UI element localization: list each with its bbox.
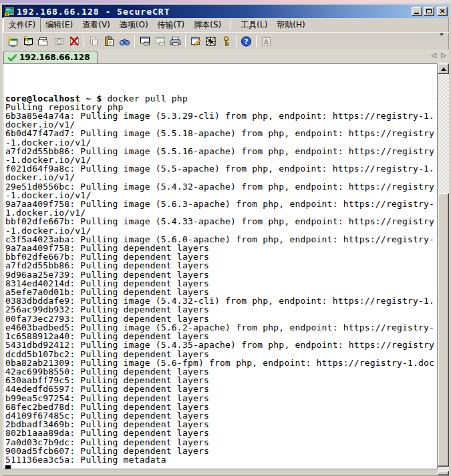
minimize-button[interactable] (412, 7, 422, 16)
close-button[interactable]: × (437, 7, 448, 16)
menu-script[interactable]: 脚本(S) (189, 18, 226, 32)
connect-in-tab-button[interactable] (35, 34, 51, 49)
title-bar: 192.168.66.128 - SecureCRT × (2, 5, 449, 18)
reconnect-icon (52, 35, 65, 47)
copy-icon (88, 35, 100, 47)
tab-scroll-right-icon[interactable]: ▷ (441, 51, 446, 59)
reconnect-button[interactable] (51, 34, 66, 49)
svg-text:?: ? (244, 37, 248, 46)
keymap-button[interactable] (218, 34, 234, 49)
global-options-icon (204, 35, 217, 47)
terminal-cursor (5, 465, 11, 469)
menu-transfer[interactable]: 传输(T) (153, 18, 190, 32)
print-auto-button[interactable] (152, 34, 168, 49)
font-button[interactable]: A (259, 34, 274, 49)
scrollbar-thumb[interactable] (438, 193, 449, 467)
help-icon: ? (240, 35, 253, 47)
terminal-screen[interactable]: core@localhost ~ $ docker pull php Pulli… (3, 63, 438, 469)
find-icon (118, 35, 131, 47)
session-options-icon (189, 35, 202, 47)
tab-bar: 192.168.66.128 ◁ ▷ (2, 49, 449, 63)
global-options-button[interactable] (203, 34, 218, 49)
scrollbar-up-arrow-icon[interactable] (438, 63, 449, 74)
printer-icon (169, 35, 182, 47)
find-button[interactable] (117, 34, 132, 49)
menu-separator (231, 20, 231, 30)
print-auto-icon (154, 35, 166, 47)
toolbar-separator (236, 35, 237, 47)
toolbar-overflow-chevron-icon[interactable] (440, 36, 448, 45)
connect-button[interactable] (5, 34, 20, 49)
copy-button[interactable] (86, 34, 102, 49)
menu-view[interactable]: 查看(V) (78, 18, 115, 32)
keymap-icon (220, 35, 233, 47)
window-title: 192.168.66.128 - SecureCRT (17, 7, 412, 17)
print-screen-icon (138, 35, 151, 47)
vertical-scrollbar[interactable] (438, 63, 449, 475)
scrollbar-down-button[interactable] (438, 471, 449, 475)
terminal-text: core@localhost ~ $ docker pull php Pulli… (3, 64, 437, 469)
quick-connect-button[interactable] (20, 34, 35, 49)
menu-edit[interactable]: 编辑(E) (41, 18, 78, 32)
svg-text:A: A (264, 38, 269, 45)
connect-icon (6, 35, 19, 47)
menu-file[interactable]: 文件(F) (3, 17, 41, 33)
quick-connect-icon (21, 35, 34, 47)
tab-scroll-left-icon[interactable]: ◁ (432, 51, 437, 59)
paste-icon (103, 35, 116, 47)
toolbar-separator (185, 35, 186, 47)
font-icon: A (260, 35, 273, 47)
menu-bar: 文件(F) 编辑(E) 查看(V) 选项(O) 传输(T) 脚本(S) 工具(L… (2, 18, 449, 32)
session-tab[interactable]: 192.168.66.128 (3, 51, 98, 63)
session-tab-label: 192.168.66.128 (19, 53, 90, 62)
toolbar-separator (134, 35, 135, 47)
prompt-user-host: core@localhost (5, 93, 80, 103)
print-button[interactable] (168, 34, 183, 49)
help-button[interactable]: ? (239, 34, 254, 49)
maximize-button[interactable] (424, 7, 434, 16)
menu-options[interactable]: 选项(O) (115, 18, 153, 32)
toolbar: ? A (2, 32, 449, 49)
print-screen-button[interactable] (137, 34, 152, 49)
toolbar-separator (256, 35, 257, 47)
disconnect-icon (67, 35, 80, 47)
securecrt-terminal-icon[interactable] (4, 7, 15, 17)
securecrt-window: 192.168.66.128 - SecureCRT × 文件(F) 编辑(E)… (0, 3, 451, 476)
session-options-button[interactable] (188, 34, 203, 49)
connected-check-icon (8, 54, 17, 61)
disconnect-button[interactable] (66, 34, 82, 49)
menu-tools[interactable]: 工具(L) (236, 18, 272, 32)
terminal-client-area: core@localhost ~ $ docker pull php Pulli… (2, 63, 449, 475)
window-bottom-frame (2, 470, 438, 475)
menu-help[interactable]: 帮助(H) (272, 18, 309, 32)
paste-button[interactable] (102, 34, 117, 49)
connect-in-tab-icon (37, 35, 49, 47)
toolbar-separator (84, 35, 84, 47)
